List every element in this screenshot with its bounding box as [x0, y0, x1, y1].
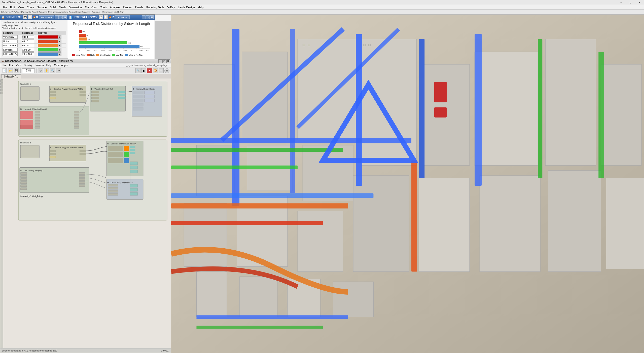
- gh-new-btn[interactable]: 📄: [2, 68, 7, 73]
- gh-menu-file[interactable]: File: [1, 63, 8, 67]
- svg-rect-151: [79, 173, 85, 175]
- legend-color-low-risk: [112, 54, 115, 56]
- maximize-button[interactable]: □: [626, 0, 635, 5]
- color-dropdown-4[interactable]: ▼: [58, 52, 61, 56]
- define-risk-settings-btn[interactable]: ⚙: [28, 15, 32, 19]
- color-dropdown-3[interactable]: ▼: [58, 48, 61, 52]
- svg-rect-89: [133, 95, 143, 98]
- gh-tool-5[interactable]: [1, 92, 3, 94]
- col-set-range: Set Range: [21, 31, 37, 35]
- menu-mesh[interactable]: Mesh: [57, 5, 67, 10]
- zoom-input[interactable]: [22, 68, 35, 73]
- risk-name-input-4[interactable]: [3, 52, 18, 56]
- menu-help[interactable]: Help: [196, 5, 205, 10]
- legend-color-use-caution: [96, 54, 99, 56]
- menu-tools[interactable]: Tools: [99, 5, 109, 10]
- gh-save-btn[interactable]: 💾: [14, 68, 19, 73]
- gh-error-btn[interactable]: ●: [147, 68, 152, 73]
- gh-pan-btn[interactable]: ✋: [44, 68, 49, 73]
- color-dropdown-1[interactable]: ▼: [58, 40, 61, 43]
- menu-view[interactable]: View: [16, 5, 25, 10]
- minimize-button[interactable]: ─: [617, 0, 626, 5]
- gh-canvas[interactable]: Example 1 A Calculate Polygon Center and…: [0, 79, 171, 348]
- gh-tool-2[interactable]: [1, 83, 3, 85]
- svg-rect-28: [475, 34, 482, 186]
- define-risk-maximize-btn[interactable]: □: [59, 15, 63, 19]
- risk-name-input-1[interactable]: [3, 40, 18, 43]
- menu-edit[interactable]: Edit: [9, 5, 16, 10]
- breakdown-maximize-btn[interactable]: □: [146, 15, 150, 19]
- gh-menu-metahopper[interactable]: MetaHopper: [53, 63, 69, 67]
- gh-toggle-btn[interactable]: ◐: [141, 68, 146, 73]
- svg-rect-116: [49, 153, 56, 155]
- breakdown-minimize-btn[interactable]: ─: [142, 15, 146, 19]
- gh-open-btn[interactable]: 📂: [8, 68, 13, 73]
- gh-menu-view[interactable]: View: [15, 63, 23, 67]
- risk-range-input-3[interactable]: [22, 48, 34, 52]
- gh-zoom-btn[interactable]: 🔍: [50, 68, 55, 73]
- gh-menu-display[interactable]: Display: [23, 63, 33, 67]
- gh-tool-1[interactable]: [1, 80, 3, 82]
- menu-curve[interactable]: Curve: [25, 5, 35, 10]
- close-button[interactable]: ✕: [635, 0, 644, 5]
- svg-rect-47: [363, 44, 365, 46]
- svg-rect-9: [475, 52, 538, 166]
- gh-menu-edit[interactable]: Edit: [8, 63, 15, 67]
- svg-rect-20: [196, 271, 227, 317]
- risk-range-input-2[interactable]: [22, 44, 34, 47]
- gh-maximize-btn[interactable]: □: [162, 59, 166, 63]
- color-dropdown-0[interactable]: ▼: [58, 35, 61, 39]
- svg-rect-146: [20, 176, 27, 178]
- risk-name-input-0[interactable]: [3, 35, 18, 39]
- risk-name-input-3[interactable]: [3, 48, 18, 52]
- gh-find-btn[interactable]: 🔍: [135, 68, 140, 73]
- define-risk-save-btn[interactable]: 💾: [23, 15, 27, 19]
- gh-select-btn[interactable]: ⊹: [38, 68, 43, 73]
- svg-rect-133: [130, 170, 138, 173]
- gh-settings-btn[interactable]: ⚙: [164, 68, 169, 73]
- risk-name-input-2[interactable]: [3, 44, 18, 47]
- risk-range-input-0[interactable]: [22, 35, 34, 39]
- rhino-toolbar: C:\Users\APP\SocialSidewalk-Social-Dista…: [0, 10, 644, 15]
- menu-lands[interactable]: Lands Design: [176, 5, 196, 10]
- menu-analyze[interactable]: Analyze: [108, 5, 121, 10]
- breakdown-hot-reload-btn[interactable]: Hot Reload: [115, 15, 130, 19]
- gh-canvas-svg[interactable]: Example 1 A Calculate Polygon Center and…: [3, 79, 171, 348]
- hot-reload-btn[interactable]: Hot Reload: [39, 15, 54, 19]
- menu-paneling[interactable]: Paneling Tools: [145, 5, 166, 10]
- svg-rect-100: [20, 125, 33, 129]
- menu-dimension[interactable]: Dimension: [67, 5, 83, 10]
- svg-rect-23: [333, 282, 374, 317]
- menu-surface[interactable]: Surface: [36, 5, 48, 10]
- svg-rect-4: [196, 145, 234, 196]
- menu-panels[interactable]: Panels: [133, 5, 145, 10]
- gh-tab-sidewalk[interactable]: Sidewalk A...: [1, 74, 21, 79]
- gh-minimize-btn[interactable]: ─: [158, 59, 162, 63]
- risk-range-input-1[interactable]: [22, 40, 34, 43]
- gh-menu-solution[interactable]: Solution: [33, 63, 45, 67]
- menu-transform[interactable]: Transform: [83, 5, 99, 10]
- color-dropdown-2[interactable]: ▼: [58, 44, 61, 47]
- define-risk-minimize-btn[interactable]: ─: [55, 15, 59, 19]
- menu-vray[interactable]: V-Ray: [166, 5, 176, 10]
- risk-breakdown-title: RISK BREAKDOWN: [74, 16, 97, 19]
- gh-display-btn[interactable]: 👁: [159, 68, 164, 73]
- gh-bake-btn[interactable]: 🍞: [153, 68, 158, 73]
- gh-menu-help[interactable]: Help: [45, 63, 53, 67]
- rhino-3d-viewport[interactable]: [171, 15, 644, 353]
- define-risk-window-btns: ─ □ ✕: [55, 15, 67, 19]
- gh-tool-3[interactable]: [1, 86, 3, 88]
- gh-close-btn[interactable]: ✕: [166, 59, 170, 63]
- breakdown-save-btn[interactable]: 💾: [99, 15, 103, 19]
- breakdown-settings-btn[interactable]: ⚙: [104, 15, 108, 19]
- breakdown-close-btn[interactable]: ✕: [150, 15, 154, 19]
- gh-sketch-btn[interactable]: ✏: [56, 68, 61, 73]
- svg-rect-3: [298, 39, 361, 140]
- menu-file[interactable]: File: [1, 5, 9, 10]
- menu-solid[interactable]: Solid: [48, 5, 57, 10]
- risk-range-input-4[interactable]: [22, 52, 34, 56]
- gh-tool-4[interactable]: [1, 89, 3, 91]
- menu-render[interactable]: Render: [121, 5, 133, 10]
- define-risk-close-btn[interactable]: ✕: [63, 15, 67, 19]
- svg-text:Calculate and Visualize Intens: Calculate and Visualize Intensity: [111, 143, 136, 145]
